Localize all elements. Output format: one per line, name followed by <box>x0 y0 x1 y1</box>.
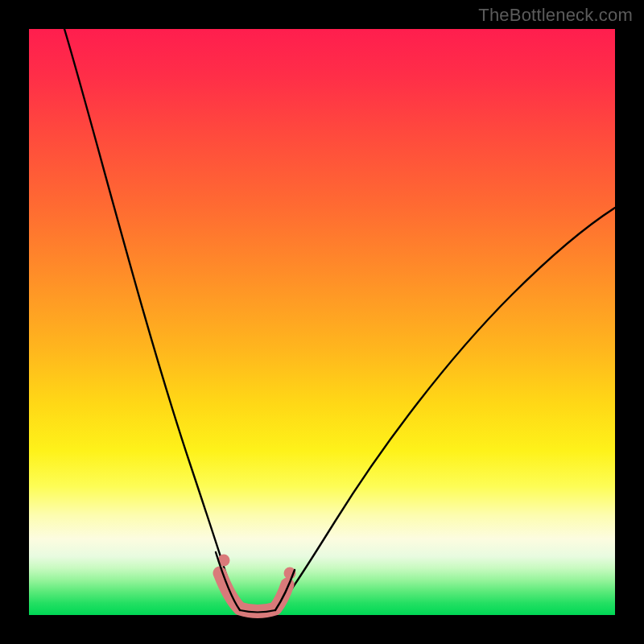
curve-left-branch <box>64 29 240 610</box>
watermark-text: TheBottleneck.com <box>478 5 633 26</box>
curve-right-branch <box>275 208 615 610</box>
curve-layer <box>29 29 615 615</box>
plot-area <box>29 29 615 615</box>
chart-frame: TheBottleneck.com <box>0 0 644 644</box>
